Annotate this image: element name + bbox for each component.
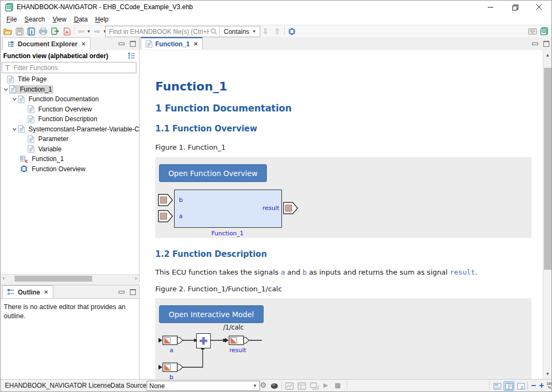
input-label-b: b	[179, 197, 183, 204]
find-input[interactable]	[106, 27, 210, 36]
panel-icon-2[interactable]	[298, 382, 306, 390]
scroll-right-icon[interactable]: ›	[135, 275, 137, 281]
maximize-editor-icon[interactable]	[543, 41, 549, 47]
tab-document-explorer[interactable]: Document Explorer ✕	[2, 37, 91, 50]
filter-functions-input[interactable]	[11, 64, 136, 72]
close-icon[interactable]: ✕	[44, 289, 48, 295]
menu-search[interactable]: Search	[20, 15, 49, 24]
open-file-button[interactable]	[3, 26, 12, 36]
input-port-b[interactable]	[158, 194, 173, 206]
tree-item-function-description[interactable]: Function Description	[1, 114, 139, 124]
minimize-button[interactable]	[479, 1, 503, 14]
close-button[interactable]	[527, 1, 551, 14]
tab-function-1[interactable]: Function_1 ✕	[141, 37, 203, 50]
calc-path-label: /1/calc	[223, 324, 244, 331]
tree-item-title-page[interactable]: Title Page	[1, 74, 139, 85]
tree-item-function-overview-model[interactable]: Function Overview	[1, 164, 139, 174]
input-label-a: a	[179, 213, 183, 220]
settings-gear-icon[interactable]: ⚙	[260, 381, 267, 389]
svg-text:A: A	[65, 29, 69, 34]
signal-sink-result[interactable]	[225, 335, 251, 346]
expander-icon[interactable]	[11, 127, 18, 131]
minimize-view-icon[interactable]	[119, 291, 125, 293]
zoom-out-button[interactable]: −	[531, 381, 536, 390]
signal-label-a: a	[158, 347, 184, 354]
open-function-overview-button[interactable]: Open Function Overview	[159, 164, 267, 182]
document-icon	[146, 40, 153, 48]
maximize-view-icon[interactable]	[130, 41, 136, 47]
function-view-header: Function view (alphabetical order)	[1, 50, 139, 61]
view-menu-icon[interactable]	[128, 52, 135, 59]
save-button[interactable]	[15, 26, 24, 36]
menu-file[interactable]: File	[3, 15, 20, 24]
keyboard-shortcuts-icon[interactable]	[528, 26, 537, 36]
restore-button[interactable]	[503, 1, 527, 14]
layout-split-view-icon[interactable]	[503, 381, 514, 391]
tree-item-label: Function Overview	[30, 165, 87, 173]
zoom-level-indicator[interactable]: 100 %	[547, 382, 552, 389]
tree-item-function-overview[interactable]: Function Overview	[1, 104, 139, 115]
output-port-result[interactable]	[283, 202, 298, 214]
tree-item-label: Variable	[37, 145, 63, 153]
chevron-down-icon: ▼	[253, 383, 257, 388]
maximize-view-icon[interactable]	[130, 289, 136, 295]
filter-icon	[2, 65, 11, 71]
input-port-a[interactable]	[158, 210, 173, 222]
close-icon[interactable]: ✕	[194, 41, 198, 47]
menu-view[interactable]: View	[49, 15, 70, 24]
minimize-view-icon[interactable]	[119, 43, 125, 45]
print-button[interactable]	[38, 26, 48, 36]
tree-item-systemconstant[interactable]: Systemconstant-Parameter-Variable-Cl	[1, 124, 139, 135]
scroll-up-icon[interactable]: ▲	[546, 53, 550, 58]
info-book-button[interactable]: i	[26, 26, 36, 36]
app-icon	[5, 3, 14, 12]
data-source-label: Data Source:	[111, 382, 148, 389]
data-visibility-icon[interactable]	[271, 383, 278, 389]
expander-icon[interactable]	[3, 87, 9, 92]
layout-document-view-icon[interactable]	[492, 381, 502, 391]
scroll-down-icon[interactable]: ▼	[546, 372, 550, 376]
zoom-in-button[interactable]: +	[539, 381, 544, 390]
signal-source-b[interactable]	[158, 362, 184, 373]
close-icon[interactable]: ✕	[81, 41, 86, 47]
contains-dropdown[interactable]: Contains ▼	[219, 26, 260, 37]
outline-panel: Outline ✕ There is no active editor that…	[1, 285, 140, 380]
tab-outline[interactable]: Outline ✕	[2, 285, 53, 298]
menu-data[interactable]: Data	[70, 15, 91, 24]
window-title: EHANDBOOK-NAVIGATOR - EHB_CCode_Example_…	[17, 3, 193, 11]
tree-item-label: Parameter	[37, 135, 70, 143]
find-next-button[interactable]: ⇩	[260, 26, 270, 36]
scrollbar-thumb[interactable]	[544, 68, 552, 270]
signal-source-a[interactable]	[158, 335, 184, 346]
export-button[interactable]	[50, 26, 60, 36]
open-model-button[interactable]	[287, 26, 296, 36]
back-button[interactable]: ⇦	[77, 26, 85, 36]
play-icon[interactable]: ▶	[323, 382, 328, 389]
data-source-select[interactable]: None ▼	[147, 381, 260, 391]
sum-block[interactable]	[196, 333, 211, 348]
editor-vertical-scrollbar[interactable]: ▲ ▼	[543, 50, 552, 379]
signal-a-ref: a	[281, 268, 285, 276]
tree-item-function-documentation[interactable]: Function Documentation	[1, 94, 139, 104]
status-bar: EHANDBOOK_NAVIGATOR License Data Source:…	[1, 379, 551, 392]
expander-icon[interactable]	[11, 97, 18, 101]
scroll-left-icon[interactable]: ‹	[3, 275, 5, 281]
ehandbook-icon[interactable]	[540, 26, 549, 36]
tree-item-function-1-model[interactable]: Function_1	[1, 154, 139, 164]
tree-item-function-1[interactable]: Function_1	[1, 85, 139, 95]
minimize-editor-icon[interactable]	[532, 43, 538, 45]
menu-help[interactable]: Help	[92, 15, 113, 24]
scrollbar-thumb[interactable]	[15, 276, 92, 282]
pdf-export-button[interactable]: A	[62, 26, 72, 36]
panel-icon-1[interactable]	[285, 382, 294, 390]
tree-item-variable[interactable]: Variable	[1, 144, 139, 155]
stop-icon[interactable]	[335, 383, 341, 389]
forward-button[interactable]: ⇨	[93, 26, 101, 36]
section-heading-1-1: 1.1 Function Overview	[155, 124, 257, 134]
layout-profile-view-icon[interactable]	[515, 381, 526, 391]
panel-icon-3[interactable]	[310, 382, 319, 390]
find-previous-button[interactable]: ⇧	[272, 26, 282, 36]
tree-item-parameter[interactable]: Parameter	[1, 134, 139, 144]
back-history-dropdown[interactable]: ▼	[86, 26, 92, 36]
tree-horizontal-scrollbar[interactable]: ‹ ›	[1, 274, 139, 283]
